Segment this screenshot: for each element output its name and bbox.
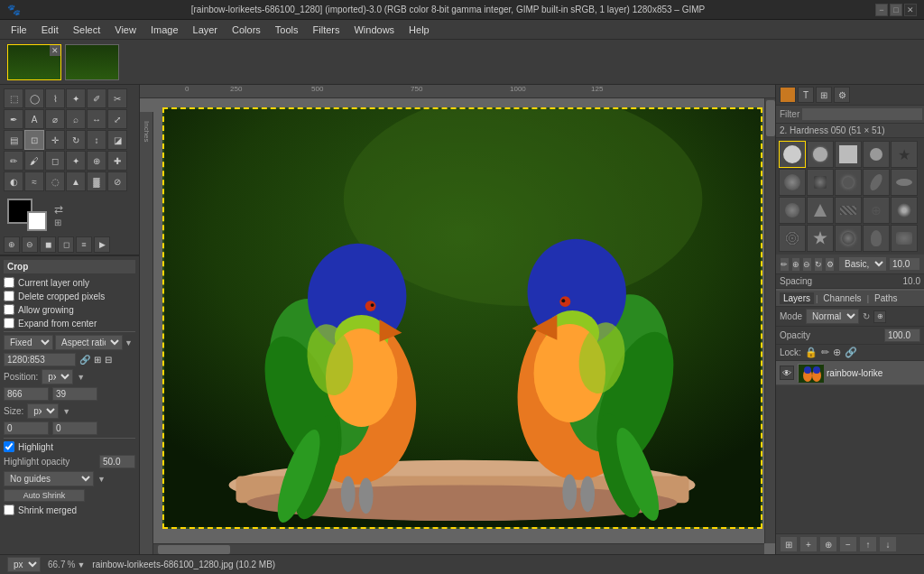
menu-image[interactable]: Image: [143, 23, 186, 37]
smudge-tool[interactable]: ≈: [24, 171, 44, 191]
pos-y-input[interactable]: [52, 387, 97, 401]
perspective-tool[interactable]: ◪: [107, 130, 127, 150]
landscape-icon[interactable]: ⊞: [94, 355, 101, 365]
menu-select[interactable]: Select: [66, 23, 108, 37]
menu-tools[interactable]: Tools: [268, 23, 306, 37]
horizontal-scrollbar[interactable]: [153, 543, 764, 554]
unit-select[interactable]: px: [7, 557, 41, 572]
clone-tool[interactable]: ⊕: [87, 151, 106, 171]
text-tool[interactable]: A: [24, 109, 44, 129]
brush-item-20[interactable]: [891, 225, 918, 252]
position-unit-select[interactable]: px: [42, 369, 73, 384]
transform-tool[interactable]: ⤢: [107, 109, 127, 129]
scale-tool[interactable]: ↕: [87, 130, 106, 150]
measure-tool[interactable]: ⌀: [45, 109, 65, 129]
menu-colors[interactable]: Colors: [225, 23, 268, 37]
brush-item-5[interactable]: ★: [891, 141, 918, 168]
brush-item-11[interactable]: [779, 197, 806, 224]
lock-paint-icon[interactable]: ✏: [821, 347, 829, 358]
canvas-container[interactable]: [153, 98, 775, 554]
brush-item-6[interactable]: [779, 169, 806, 196]
settings-icon[interactable]: ⚙: [834, 87, 850, 103]
lighten-mode-btn[interactable]: ◻: [58, 236, 74, 253]
convolve-tool[interactable]: ◌: [45, 171, 65, 191]
brush-item-14[interactable]: ⊕: [863, 197, 890, 224]
lock-position-icon[interactable]: 🔗: [845, 347, 857, 358]
brush-preset-select[interactable]: Basic,: [838, 256, 887, 272]
auto-shrink-button[interactable]: Auto Shrink: [4, 489, 85, 502]
new-layer-group-btn[interactable]: ⊞: [780, 536, 798, 552]
brush-item-8[interactable]: [835, 169, 862, 196]
mode-reset-icon[interactable]: ↻: [863, 311, 870, 321]
brush-item-18[interactable]: [835, 225, 862, 252]
zoom-chevron-down[interactable]: ▼: [77, 560, 85, 569]
brush-item-19[interactable]: [863, 225, 890, 252]
mode-options-icon[interactable]: ⊕: [873, 310, 886, 323]
brush-edit-btn[interactable]: ✏: [780, 257, 790, 272]
background-color-swatch[interactable]: [27, 211, 47, 231]
menu-layer[interactable]: Layer: [186, 23, 226, 37]
brush-item-12[interactable]: [807, 197, 834, 224]
rect-select-tool[interactable]: ⬚: [4, 88, 23, 108]
maximize-button[interactable]: □: [890, 4, 902, 16]
paths-tool[interactable]: ✒: [4, 109, 23, 129]
menu-help[interactable]: Help: [402, 23, 437, 37]
paintbrush-tool[interactable]: 🖌: [24, 151, 44, 171]
expand-from-center-checkbox[interactable]: [4, 318, 14, 329]
duplicate-layer-btn[interactable]: ⊕: [819, 536, 837, 552]
brush-refresh-btn[interactable]: ↻: [814, 257, 824, 272]
opacity-input[interactable]: [884, 329, 920, 342]
channels-tab[interactable]: Channels: [819, 292, 864, 304]
highlight-opacity-input[interactable]: [99, 455, 135, 468]
reset-colors-icon[interactable]: ⊞: [54, 218, 63, 227]
darken-mode-btn[interactable]: ◼: [40, 236, 56, 253]
tool-preset-btn[interactable]: ≡: [76, 236, 92, 253]
pos-x-input[interactable]: [4, 387, 49, 401]
crop-tool[interactable]: ⊡: [24, 130, 44, 150]
brush-item-17[interactable]: [807, 225, 834, 252]
pencil-tool[interactable]: ✏: [4, 151, 23, 171]
brush-item-9[interactable]: [863, 169, 890, 196]
align-tool[interactable]: ▤: [4, 130, 23, 150]
blend-tool[interactable]: ▓: [87, 171, 106, 191]
layers-tab[interactable]: Layers: [780, 292, 814, 304]
layer-down-btn[interactable]: ↓: [879, 536, 897, 552]
select-by-color-tool[interactable]: ✐: [87, 88, 106, 108]
crop-size-input[interactable]: [4, 353, 76, 366]
zoom-tool[interactable]: ⌕: [66, 109, 86, 129]
brush-item-13[interactable]: [835, 197, 862, 224]
swap-colors-icon[interactable]: ⇄: [54, 203, 63, 216]
airbrush-tool[interactable]: ✦: [66, 151, 86, 171]
brush-item-10[interactable]: [891, 169, 918, 196]
tool-options-icon[interactable]: T: [798, 87, 814, 103]
menu-view[interactable]: View: [107, 23, 143, 37]
bucket-fill-tool[interactable]: ▲: [66, 171, 86, 191]
paint-mode-btn[interactable]: ⊕: [4, 236, 20, 253]
highlight-checkbox[interactable]: [4, 441, 14, 452]
fixed-type-select[interactable]: Fixed: [4, 335, 53, 350]
brush-settings-btn[interactable]: ⚙: [825, 257, 835, 272]
brush-filter-input[interactable]: [801, 107, 923, 121]
lock-pixels-icon[interactable]: 🔒: [805, 347, 818, 358]
layer-visibility-toggle[interactable]: 👁: [780, 366, 794, 380]
close-button[interactable]: ✕: [904, 4, 917, 16]
new-layer-btn[interactable]: +: [799, 536, 818, 552]
expand-options-btn[interactable]: ▶: [94, 236, 110, 253]
allow-growing-checkbox[interactable]: [4, 304, 14, 315]
delete-layer-btn[interactable]: −: [839, 536, 857, 552]
menu-filters[interactable]: Filters: [306, 23, 347, 37]
size-h-input[interactable]: [52, 421, 97, 435]
thumbnail-tab-2[interactable]: [65, 44, 119, 80]
rotate-tool[interactable]: ↻: [66, 130, 86, 150]
layer-item[interactable]: 👁 rainbow-lorike: [776, 361, 924, 385]
erase-mode-btn[interactable]: ⊖: [22, 236, 38, 253]
paths-tab[interactable]: Paths: [871, 292, 901, 304]
pattern-icon[interactable]: ⊞: [816, 87, 832, 103]
brush-item-7[interactable]: [807, 169, 834, 196]
color-picker-tool[interactable]: ⊘: [107, 171, 127, 191]
brush-item-2[interactable]: [807, 141, 834, 168]
hscroll-thumb[interactable]: [158, 545, 230, 554]
delete-cropped-checkbox[interactable]: [4, 291, 14, 301]
fixed-constraint-select[interactable]: Aspect ratio: [55, 335, 123, 350]
move-tool[interactable]: ✛: [45, 130, 65, 150]
